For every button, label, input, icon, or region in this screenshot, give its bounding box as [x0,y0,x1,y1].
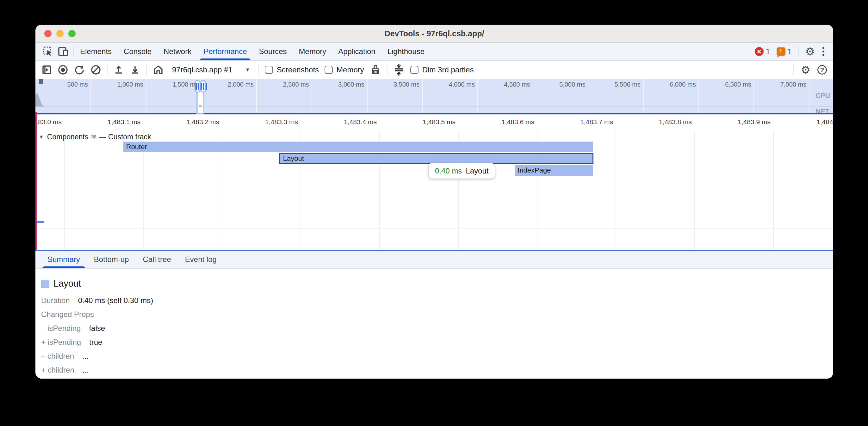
more-options-icon[interactable] [821,46,826,57]
flame-gridline [616,130,616,250]
flame-bar-router[interactable]: Router [123,141,593,152]
help-icon[interactable]: ? [817,65,827,74]
warning-badge[interactable]: ! 1 [777,47,792,56]
flame-chart[interactable]: ▼ Components ⚛ — Custom track RouterLayo… [35,130,833,250]
tab-call-tree[interactable]: Call tree [136,251,178,268]
ruler-tick-label: 1,484.0 ms [816,118,833,126]
summary-row-label: + isPending [41,338,81,347]
overview-tick-label: 6,500 ms [725,81,751,88]
summary-title-row: Layout [41,278,81,289]
device-toolbar-icon[interactable] [58,46,69,57]
ruler-tick-label: 1,483.9 ms [738,118,771,126]
traffic-lights [44,25,75,42]
memory-checkbox[interactable]: Memory [324,65,364,74]
flame-bar-layout[interactable]: Layout [279,153,594,164]
tab-summary[interactable]: Summary [40,251,87,268]
error-icon: ✕ [755,47,764,56]
summary-row-value: 0.40 ms (self 0.30 ms) [78,296,153,305]
summary-row-value: true [89,338,102,347]
selection-cpu-bump [198,104,203,107]
tab-bottom-up[interactable]: Bottom-up [87,251,136,268]
summary-row: Duration0.40 ms (self 0.30 ms) [41,294,827,307]
overview-tick-label: 3,000 ms [338,81,364,88]
dim-3rd-parties-label: Dim 3rd parties [422,65,474,74]
devtools-window: DevTools - 97r6ql.csb.app/ Elements Cons… [35,25,833,379]
toolbar-divider [107,64,107,75]
toolbar-divider [387,64,388,75]
tab-network[interactable]: Network [158,43,197,60]
tab-lighthouse[interactable]: Lighthouse [381,43,431,60]
overview-gridline [367,79,368,113]
tooltip-name: Layout [466,167,488,175]
track-header[interactable]: ▼ Components ⚛ — Custom track [39,133,151,141]
flame-tooltip: 0.40 ms Layout [429,163,495,178]
tab-application[interactable]: Application [332,43,381,60]
download-profile-icon[interactable] [130,64,141,75]
zoom-window-button[interactable] [68,30,75,37]
breadcrumb-marker-line [35,112,37,250]
summary-row: – children... [41,349,827,363]
warning-count: 1 [788,47,792,56]
summary-row-label: Duration [41,296,70,305]
tab-event-log[interactable]: Event log [178,251,224,268]
window-title: DevTools - 97r6ql.csb.app/ [385,29,484,38]
tab-performance[interactable]: Performance [197,43,253,60]
summary-row-value: ... [82,352,89,361]
warning-icon: ! [777,47,785,56]
summary-row-value: false [89,324,105,333]
ruler-tick-label: 1,483.6 ms [501,118,534,126]
overview-tick-label: 500 ms [67,81,88,88]
collapse-sections-icon[interactable] [393,64,405,76]
summary-row: Changed Props [41,307,827,321]
screenshots-checkbox[interactable]: Screenshots [265,65,319,74]
summary-pane: Layout Duration0.40 ms (self 0.30 ms)Cha… [35,269,833,379]
summary-row-label: + children [41,366,74,374]
upload-profile-icon[interactable] [113,64,124,75]
error-badge[interactable]: ✕ 1 [755,47,770,56]
flame-bar-indexpage[interactable]: IndexPage [515,165,593,176]
toolbar-divider [258,64,259,75]
record-icon[interactable] [58,64,68,75]
dim-3rd-parties-checkbox[interactable]: Dim 3rd parties [410,65,474,74]
reload-and-record-icon[interactable] [74,64,85,75]
timeline-overview[interactable]: 500 ms1,000 ms1,500 ms2,000 ms2,500 ms3,… [35,79,833,113]
triangle-down-icon: ▼ [39,134,44,140]
target-selector-value: 97r6ql.csb.app #1 [172,65,232,74]
inspect-element-icon[interactable] [42,46,53,57]
ruler-tick-label: 1,483.1 ms [107,118,141,126]
overview-gridline [256,79,257,113]
overview-gridline [477,79,478,113]
selection-activity-bars [195,83,207,90]
overview-tick-label: 2,500 ms [283,81,309,88]
ruler-tick-label: 1,483.4 ms [344,118,377,126]
detail-time-ruler: 1,483.0 ms1,483.1 ms1,483.2 ms1,483.3 ms… [35,114,833,130]
details-tabbar: Summary Bottom-up Call tree Event log [35,251,833,269]
settings-gear-icon[interactable]: ⚙ [805,46,815,57]
devtools-tabbar: Elements Console Network Performance Sou… [35,43,833,61]
overview-tick-label: 5,000 ms [559,81,585,88]
overview-gridline [753,79,754,113]
home-icon[interactable] [152,64,164,75]
performance-toolbar: 97r6ql.csb.app #1 ▼ Screenshots Memory [35,61,833,79]
overview-tick-label: 4,500 ms [504,81,530,88]
tab-console[interactable]: Console [118,43,158,60]
checkbox-icon [265,66,273,74]
screenshots-label: Screenshots [277,65,319,74]
capture-settings-gear-icon[interactable]: ⚙ [801,64,810,75]
clear-icon[interactable] [90,64,101,75]
overview-gridline [699,79,699,113]
chevron-down-icon: ▼ [245,67,250,73]
flame-gridline [694,130,695,250]
target-selector-dropdown[interactable]: 97r6ql.csb.app #1 ▼ [169,65,253,74]
overview-selection-window[interactable] [196,92,204,113]
summary-title: Layout [54,278,81,289]
toggle-sidebar-icon[interactable] [42,65,52,75]
close-window-button[interactable] [44,30,52,37]
collect-garbage-icon[interactable] [370,64,381,75]
tab-memory[interactable]: Memory [293,43,333,60]
tab-elements[interactable]: Elements [74,43,118,60]
cpu-activity-chart [35,93,44,106]
summary-row-label: – children [41,352,74,361]
minimize-window-button[interactable] [56,30,64,37]
tab-sources[interactable]: Sources [253,43,293,60]
